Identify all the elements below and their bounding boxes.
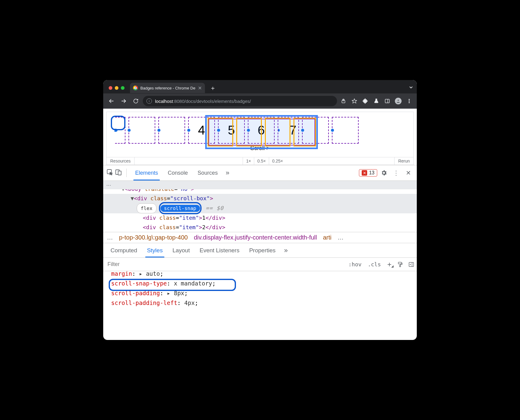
- rerun-button[interactable]: Rerun: [394, 157, 413, 165]
- hov-toggle[interactable]: :hov: [345, 261, 364, 268]
- scroll-item: [128, 117, 155, 144]
- inspect-icon[interactable]: [106, 169, 114, 177]
- flex-badge[interactable]: flex: [137, 203, 156, 213]
- new-rule-icon[interactable]: +◢: [384, 260, 395, 269]
- svg-point-10: [409, 102, 410, 103]
- item-value: 5: [228, 123, 235, 138]
- minimize-window-icon[interactable]: [115, 86, 118, 90]
- scroll-snap-badge[interactable]: scroll-snap: [160, 205, 200, 212]
- site-info-icon[interactable]: i: [146, 98, 152, 104]
- tab-styles[interactable]: Styles: [143, 243, 167, 257]
- item-value: 6: [258, 123, 265, 138]
- crumb-segment[interactable]: arti: [323, 234, 332, 241]
- devtools-toolbar: Elements Console Sources » ✕13 ⋮ ✕: [103, 165, 417, 181]
- dom-node[interactable]: <div class="item">2</div>: [103, 223, 417, 232]
- close-window-icon[interactable]: [109, 86, 112, 90]
- menu-icon[interactable]: [405, 98, 414, 104]
- page-content: 4 5 6 7 Scroll > Resources 1×: [103, 109, 417, 165]
- forward-button[interactable]: [118, 96, 129, 106]
- panel-toggle-icon[interactable]: [406, 261, 417, 268]
- paint-icon[interactable]: [395, 261, 406, 268]
- selected-ref: == $0: [206, 204, 224, 213]
- profile-avatar[interactable]: [394, 98, 403, 104]
- css-declaration[interactable]: margin: ▸ auto;: [111, 269, 417, 279]
- breadcrumb[interactable]: … p-top-300.lg\:gap-top-400 div.display-…: [103, 232, 417, 243]
- share-icon[interactable]: [339, 98, 348, 104]
- maximize-window-icon[interactable]: [121, 86, 125, 90]
- bookmark-icon[interactable]: [350, 98, 359, 104]
- svg-rect-14: [398, 262, 401, 264]
- tab-event-listeners[interactable]: Event Listeners: [196, 243, 243, 257]
- tab-properties[interactable]: Properties: [245, 243, 279, 257]
- scroll-item: [332, 117, 359, 144]
- scroll-label: Scroll >: [115, 144, 405, 154]
- item-value: 7: [289, 123, 296, 138]
- window-controls: [109, 86, 125, 90]
- new-tab-button[interactable]: ＋: [210, 84, 216, 92]
- css-declaration[interactable]: scroll-padding-left: 4px;: [111, 298, 417, 308]
- css-declaration[interactable]: scroll-padding: ▸ 8px;: [111, 289, 417, 298]
- error-count: 13: [369, 170, 374, 176]
- snap-marker-highlight: [111, 116, 125, 130]
- scroll-item: 4: [188, 117, 215, 144]
- crumb-segment[interactable]: div.display-flex.justify-content-center.…: [194, 234, 317, 241]
- scroll-box-demo[interactable]: 4 5 6 7 Scroll >: [106, 112, 414, 157]
- close-devtools-icon[interactable]: ✕: [403, 169, 414, 177]
- device-toggle-icon[interactable]: [115, 169, 122, 177]
- svg-rect-13: [118, 171, 121, 175]
- svg-marker-4: [352, 99, 357, 103]
- scroll-item: [115, 117, 125, 144]
- tab-title: Badges reference - Chrome De: [140, 86, 195, 90]
- labs-icon[interactable]: [372, 98, 381, 104]
- dom-tree[interactable]: ▼<body translate="no"> ▼<div class="scro…: [103, 189, 417, 232]
- tab-computed[interactable]: Computed: [107, 243, 141, 257]
- close-tab-icon[interactable]: ✕: [198, 85, 202, 91]
- toolbar: i localhost:8080/docs/devtools/elements/…: [103, 93, 417, 109]
- cls-toggle[interactable]: .cls: [365, 261, 384, 268]
- styles-overflow-icon[interactable]: »: [282, 247, 290, 254]
- scroll-item: [158, 117, 185, 144]
- tab-overflow-icon[interactable]: [408, 85, 414, 91]
- dom-node[interactable]: ▼<body translate="no">: [103, 189, 417, 194]
- dom-node[interactable]: <div class="item">1</div>: [103, 213, 417, 223]
- extensions-icon[interactable]: [361, 98, 370, 104]
- zoom-1x[interactable]: 1×: [243, 157, 254, 165]
- panel-icon[interactable]: [383, 98, 392, 104]
- zoom-025x[interactable]: 0.25×: [269, 157, 286, 165]
- svg-point-9: [409, 101, 410, 102]
- svg-point-7: [397, 100, 399, 101]
- dom-ancestor-dots[interactable]: ⋯: [103, 181, 417, 189]
- back-button[interactable]: [106, 96, 117, 106]
- item-value: 4: [198, 123, 205, 138]
- reload-button[interactable]: [131, 96, 141, 106]
- browser-window: Badges reference - Chrome De ✕ ＋ i local…: [103, 80, 417, 340]
- url-text: localhost:8080/docs/devtools/elements/ba…: [155, 99, 251, 104]
- css-declaration[interactable]: scroll-snap-type: x mandatory;: [111, 279, 417, 289]
- scroll-item: [302, 117, 329, 144]
- svg-point-8: [409, 99, 410, 100]
- styles-pane[interactable]: margin: ▸ auto; scroll-snap-type: x mand…: [103, 271, 417, 308]
- tab-console[interactable]: Console: [163, 165, 192, 180]
- devtools-menu-icon[interactable]: ⋮: [391, 169, 402, 177]
- chrome-favicon-icon: [133, 86, 138, 90]
- error-badge[interactable]: ✕13: [359, 169, 377, 177]
- settings-icon[interactable]: [378, 170, 389, 176]
- dom-node-selected[interactable]: ▼<div class="scroll-box">: [103, 194, 417, 203]
- scroll-item: 5: [218, 117, 245, 144]
- browser-tab[interactable]: Badges reference - Chrome De ✕: [130, 83, 205, 93]
- tab-layout[interactable]: Layout: [169, 243, 193, 257]
- crumb-segment[interactable]: p-top-300.lg\:gap-top-400: [119, 234, 188, 241]
- address-bar[interactable]: i localhost:8080/docs/devtools/elements/…: [143, 96, 337, 106]
- scroll-item: 6: [248, 117, 275, 144]
- scroll-snap-badge-highlight: scroll-snap: [159, 202, 202, 215]
- tab-elements[interactable]: Elements: [131, 165, 162, 180]
- styles-filter-input[interactable]: [103, 261, 345, 268]
- resources-button[interactable]: Resources: [107, 157, 135, 165]
- dom-badges-row: flex scroll-snap == $0: [103, 203, 417, 213]
- zoom-05x[interactable]: 0.5×: [254, 157, 269, 165]
- demo-footer: Resources 1× 0.5× 0.25× Rerun: [106, 157, 414, 165]
- tabs-overflow-icon[interactable]: »: [223, 169, 232, 177]
- error-icon: ✕: [362, 170, 367, 176]
- styles-tabs: Computed Styles Layout Event Listeners P…: [103, 243, 417, 258]
- tab-sources[interactable]: Sources: [193, 165, 222, 180]
